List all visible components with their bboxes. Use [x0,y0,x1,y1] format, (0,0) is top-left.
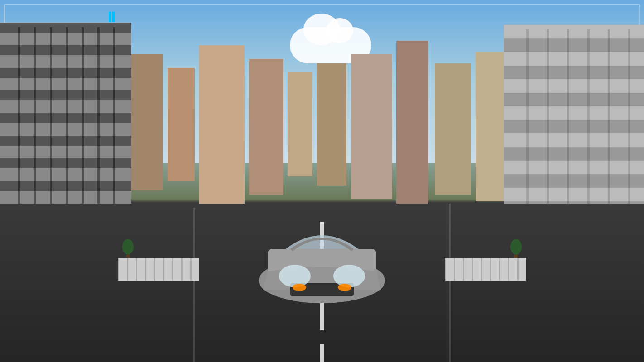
bg-building-6 [317,63,346,186]
bg-building-9 [435,63,471,195]
bg-building-5 [288,72,312,176]
bg-building-4 [249,59,283,195]
svg-point-5 [293,284,306,291]
guardrail-left [118,258,199,281]
bg-building-8 [396,41,428,213]
lane-line-3 [320,303,324,330]
game-scene [0,0,644,362]
tree-right-1 [510,239,522,260]
player-car [254,204,390,303]
bg-building-1 [127,54,163,190]
svg-point-6 [338,284,351,291]
guardrail-left-detail [118,258,199,281]
guardrail-right-detail [445,258,526,281]
svg-point-4 [333,265,365,287]
road-side-left [193,208,195,362]
bg-building-3 [199,45,245,204]
bg-building-7 [351,54,392,199]
guardrail-right [445,258,526,281]
car-svg [254,204,390,303]
game-container: ⏸ 100 120 140 160 180 200 [0,0,644,362]
bg-building-2 [168,68,195,181]
road-side-right [449,204,451,362]
tree-left-1 [122,239,134,260]
svg-point-3 [279,265,311,287]
lane-line-4 [320,344,324,362]
